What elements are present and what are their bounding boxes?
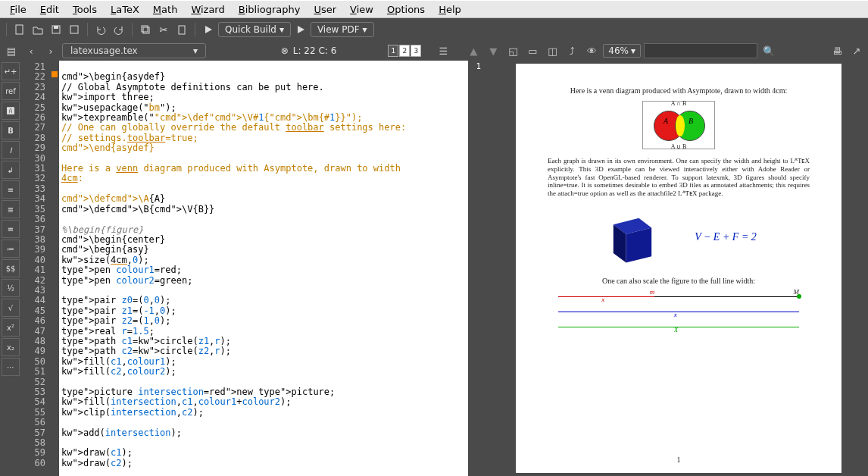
scale-line-2: x xyxy=(558,306,799,317)
item-left-button[interactable]: ≡ xyxy=(2,180,20,199)
new-file-button[interactable] xyxy=(11,21,28,38)
pdf-page: Here is a venn diagram produced with Asy… xyxy=(516,64,841,473)
preview-page-marker: 1 xyxy=(476,62,481,476)
main-toolbar: ✂ Quick Build▾ View PDF▾ xyxy=(0,18,868,41)
zoom-dropdown[interactable]: 46%▾ xyxy=(603,44,641,58)
sup-button[interactable]: x² xyxy=(2,318,20,337)
quick-build-dropdown[interactable]: Quick Build▾ xyxy=(218,22,291,37)
run-button[interactable] xyxy=(200,21,217,38)
svg-rect-2 xyxy=(54,26,58,29)
scale-line-1: m M x xyxy=(558,291,799,302)
cursor-position: L: 22 C: 6 xyxy=(293,45,337,56)
down-arrow-icon[interactable]: ▼ xyxy=(485,42,501,59)
file-tab[interactable]: latexusage.tex▾ xyxy=(62,43,206,58)
main-area: ↵+ ref 🅰 B I ↲ ≡ ≣ ≡ ≔ $$ ½ √ x² x₂ ⋯ 21… xyxy=(0,61,868,476)
print-icon[interactable]: 🖶 xyxy=(829,42,845,59)
sqrt-button[interactable]: √ xyxy=(2,299,20,317)
menu-wizard[interactable]: Wizard xyxy=(184,2,231,17)
sub-button[interactable]: x₂ xyxy=(2,338,20,356)
menu-latex[interactable]: LaTeX xyxy=(104,2,146,17)
frac-button[interactable]: ½ xyxy=(2,279,20,297)
venn-label-b: B xyxy=(688,117,693,125)
splitter[interactable]: 1 xyxy=(468,61,489,476)
undo-button[interactable] xyxy=(92,21,109,38)
venn-diagram: A ∩ B A B A ∪ B xyxy=(642,101,715,149)
menu-help[interactable]: Help xyxy=(432,2,468,17)
menu-file[interactable]: FFileile xyxy=(3,2,33,17)
venn-intersection-label: A ∩ B xyxy=(643,100,714,107)
save-button[interactable] xyxy=(48,21,64,38)
page-number: 1 xyxy=(516,456,841,464)
svg-rect-5 xyxy=(143,27,149,33)
svg-rect-6 xyxy=(179,26,185,34)
label-button[interactable]: 🅰 xyxy=(2,102,20,120)
part-button[interactable]: ↵+ xyxy=(2,62,20,80)
misc-button[interactable]: ⋯ xyxy=(2,358,20,376)
preview-paragraph: Each graph is drawn in its own environme… xyxy=(548,157,810,198)
bold-button[interactable]: B xyxy=(2,121,20,139)
line-number-gutter: 21 22 23 24 25 26 27 28 29 30 31 32 33 3… xyxy=(21,61,50,476)
view-pdf-dropdown[interactable]: View PDF▾ xyxy=(311,22,374,37)
menu-math[interactable]: Math xyxy=(146,2,185,17)
bookmark-gutter xyxy=(50,61,59,476)
newline-button[interactable]: ↲ xyxy=(2,161,20,179)
page-3-button[interactable]: 3 xyxy=(411,45,421,57)
next-doc-button[interactable]: › xyxy=(42,42,59,59)
run-viewer-button[interactable] xyxy=(292,21,309,38)
prev-doc-button[interactable]: ‹ xyxy=(23,42,39,59)
close-indicator[interactable]: ⊗ xyxy=(281,45,289,56)
venn-union-label: A ∪ B xyxy=(643,143,714,150)
menu-user[interactable]: User xyxy=(307,2,343,17)
math-button[interactable]: $$ xyxy=(2,259,20,277)
close-button[interactable] xyxy=(66,21,83,38)
page-1-button[interactable]: 1 xyxy=(388,45,398,57)
eye-icon[interactable]: 👁 xyxy=(583,42,600,59)
left-toolbar: ↵+ ref 🅰 B I ↲ ≡ ≣ ≡ ≔ $$ ½ √ x² x₂ ⋯ xyxy=(0,61,21,476)
item-center-button[interactable]: ≣ xyxy=(2,200,20,218)
svg-rect-3 xyxy=(70,26,78,33)
export-icon[interactable]: ⤴ xyxy=(564,42,580,59)
svg-rect-4 xyxy=(142,26,148,32)
menu-tools[interactable]: Tools xyxy=(66,2,104,17)
fit-width-icon[interactable]: ▭ xyxy=(524,42,541,59)
menu-view[interactable]: View xyxy=(343,2,380,17)
search-button[interactable]: 🔍 xyxy=(760,42,777,59)
menu-edit[interactable]: Edit xyxy=(33,2,66,17)
paste-button[interactable] xyxy=(173,21,190,38)
item-right-button[interactable]: ≡ xyxy=(2,220,20,238)
up-arrow-icon[interactable]: ▲ xyxy=(465,42,482,59)
redo-button[interactable] xyxy=(111,21,127,38)
bookmark-icon[interactable] xyxy=(52,71,58,77)
euler-formula: V − E + F = 2 xyxy=(695,231,757,243)
tab-bar: ▤ ‹ › latexusage.tex▾ ⊗ L: 22 C: 6 1 2 3… xyxy=(0,41,868,61)
external-view-icon[interactable]: ↗ xyxy=(848,42,865,59)
crop-icon[interactable]: ◫ xyxy=(544,42,560,59)
search-input[interactable] xyxy=(644,43,757,58)
menu-bibliography[interactable]: Bibliography xyxy=(232,2,308,17)
venn-overlap xyxy=(676,115,685,136)
emph-button[interactable]: I xyxy=(2,141,20,159)
copy-button[interactable] xyxy=(137,21,154,38)
cut-button[interactable]: ✂ xyxy=(155,21,172,38)
svg-rect-0 xyxy=(16,25,23,34)
open-file-button[interactable] xyxy=(30,21,46,38)
page-indicator: 1 2 3 xyxy=(388,45,421,57)
venn-label-a: A xyxy=(663,117,668,125)
menubar: FFileile Edit Tools LaTeX Math Wizard Bi… xyxy=(0,0,868,18)
list-view-icon[interactable]: ☰ xyxy=(435,42,451,59)
code-editor[interactable]: cmd">\begin{asydef} // Global Asymptote … xyxy=(59,61,468,476)
scale-caption: One can also scale the figure to the ful… xyxy=(548,277,810,285)
scale-line-3: X xyxy=(558,321,799,332)
menu-options[interactable]: Options xyxy=(380,2,432,17)
page-2-button[interactable]: 2 xyxy=(399,45,410,57)
structure-panel-toggle[interactable]: ▤ xyxy=(3,42,20,59)
ref-button[interactable]: ref xyxy=(2,82,20,100)
fit-page-icon[interactable]: ◱ xyxy=(504,42,521,59)
preview-header-text: Here is a venn diagram produced with Asy… xyxy=(548,86,810,95)
enum-button[interactable]: ≔ xyxy=(2,240,20,258)
pdf-preview[interactable]: Here is a venn diagram produced with Asy… xyxy=(489,61,868,476)
cube-3d xyxy=(601,205,664,269)
